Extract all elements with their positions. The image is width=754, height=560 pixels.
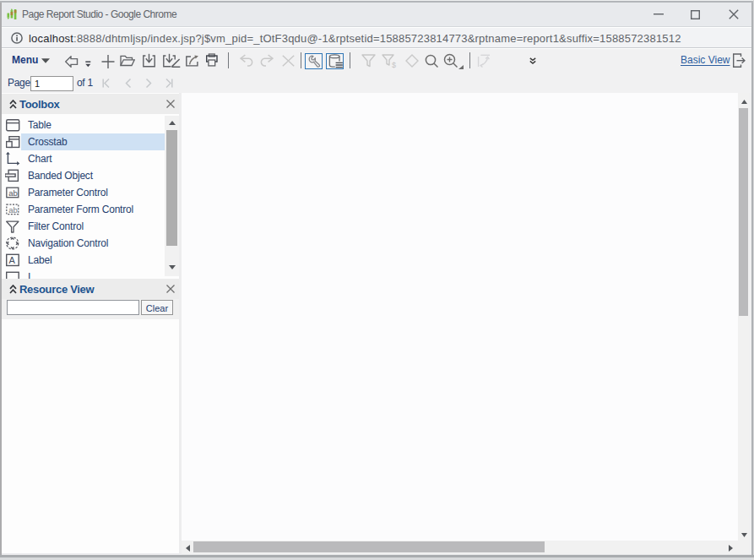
svg-text:A: A: [9, 255, 16, 265]
svg-text:ab: ab: [8, 205, 18, 215]
svg-text:$: $: [392, 61, 396, 68]
svg-text:ab: ab: [8, 188, 18, 198]
